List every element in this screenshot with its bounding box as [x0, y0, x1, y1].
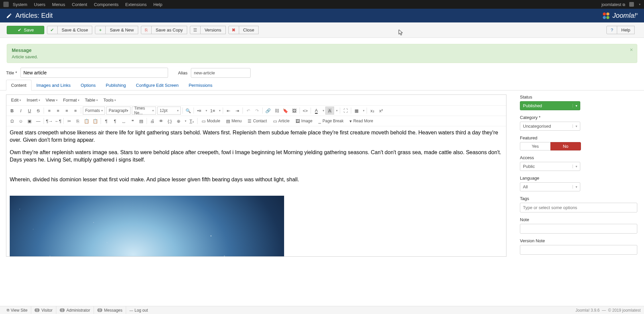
tags-input[interactable]	[520, 203, 637, 212]
close-icon-button[interactable]: ✖	[228, 26, 239, 34]
insert-module-button[interactable]: ▭Module	[199, 117, 223, 125]
save-copy-icon-button[interactable]: ⎘	[141, 26, 152, 34]
align-right-button[interactable]: ≡	[62, 107, 71, 115]
save-button[interactable]: ✔Save	[7, 26, 44, 34]
tab-images-links[interactable]: Images and Links	[32, 80, 76, 90]
align-left-button[interactable]: ≡	[45, 107, 54, 115]
subscript-button[interactable]: x₂	[368, 107, 377, 115]
save-new-icon-button[interactable]: +	[95, 26, 106, 34]
note-input[interactable]	[520, 224, 637, 234]
featured-toggle[interactable]: Yes No	[520, 142, 581, 150]
editor-menu-view[interactable]: View▾	[43, 96, 60, 104]
insert-pagebreak-button[interactable]: ⎯Page Break	[315, 117, 346, 125]
versions-button[interactable]: Versions	[200, 26, 226, 34]
tab-configure-edit-screen[interactable]: Configure Edit Screen	[131, 80, 183, 90]
tab-publishing[interactable]: Publishing	[101, 80, 131, 90]
bold-button[interactable]: B	[8, 107, 16, 115]
print-button[interactable]: 🖨	[148, 117, 157, 125]
paste-text-button[interactable]: 📋	[91, 117, 100, 125]
version-note-input[interactable]	[520, 245, 637, 255]
save-close-icon-button[interactable]: ✔	[47, 26, 58, 34]
paste-button[interactable]: 📋	[82, 117, 91, 125]
remove-format-button[interactable]: Tₓ	[187, 117, 196, 125]
image-button[interactable]: 🖼	[290, 107, 299, 115]
undo-button[interactable]: ↶	[244, 107, 253, 115]
editor-menu-table[interactable]: Table▾	[82, 96, 101, 104]
rtl-button[interactable]: ←¶	[54, 117, 62, 125]
save-copy-button[interactable]: Save as Copy	[151, 26, 187, 34]
status-select[interactable]: Published▾	[520, 101, 580, 110]
title-input[interactable]	[20, 68, 168, 78]
insert-image-button[interactable]: 🖼Image	[292, 117, 315, 125]
fullscreen-button[interactable]: ⛶	[341, 107, 350, 115]
find-replace-button[interactable]: 🔍	[184, 107, 193, 115]
codesample-button[interactable]: {;}	[165, 117, 174, 125]
hr-button[interactable]: —	[34, 117, 43, 125]
font-select[interactable]: Times Ne...	[132, 107, 156, 115]
superscript-button[interactable]: x²	[377, 107, 385, 115]
menu-components[interactable]: Components	[94, 2, 119, 7]
versions-icon-button[interactable]: ☰	[190, 26, 201, 34]
insert-article-button[interactable]: ▭Article	[270, 117, 292, 125]
tab-options[interactable]: Options	[75, 80, 101, 90]
bullet-list-button[interactable]: •≡	[195, 107, 204, 115]
tab-content[interactable]: Content	[6, 80, 32, 90]
help-button[interactable]: Help	[617, 26, 635, 34]
save-new-button[interactable]: Save & New	[105, 26, 138, 34]
forecolor-button[interactable]: A	[312, 107, 321, 115]
align-justify-button[interactable]: ≡	[71, 107, 80, 115]
access-select[interactable]: Public▾	[520, 162, 580, 171]
outdent-button[interactable]: ⇤	[224, 107, 233, 115]
insert-contact-button[interactable]: ☰Contact	[245, 117, 270, 125]
featured-yes[interactable]: Yes	[520, 142, 550, 150]
table-menu[interactable]: ▾	[361, 107, 366, 115]
close-button[interactable]: Close	[239, 26, 259, 34]
menu-menus[interactable]: Menus	[52, 2, 65, 7]
anchor-button[interactable]: 🔖	[281, 107, 290, 115]
formats-select[interactable]: Formats	[83, 107, 105, 115]
media-button[interactable]: ▣	[25, 117, 34, 125]
tab-permissions[interactable]: Permissions	[183, 80, 217, 90]
code-button[interactable]: <>	[301, 107, 310, 115]
help-icon-button[interactable]: ?	[606, 26, 617, 34]
indent-button[interactable]: ⇥	[233, 107, 241, 115]
editor-content-area[interactable]: Great stars creepeth whose likeness air …	[6, 126, 506, 256]
table-button[interactable]: ▦	[352, 107, 361, 115]
alias-input[interactable]	[191, 68, 251, 78]
editor-menu-edit[interactable]: Edit▾	[8, 96, 24, 104]
backcolor-button[interactable]: A	[325, 107, 334, 115]
italic-button[interactable]: I	[16, 107, 25, 115]
insert-readmore-button[interactable]: ▾Read More	[346, 117, 376, 125]
category-select[interactable]: Uncategorised▾	[520, 122, 580, 131]
redo-button[interactable]: ↷	[253, 107, 261, 115]
insert-menu-button[interactable]: ▤Menu	[223, 117, 245, 125]
joomla-logo[interactable]: Joomla!®	[602, 11, 638, 20]
cut-button[interactable]: ✂	[65, 117, 73, 125]
emoji-button[interactable]: ☺	[16, 117, 25, 125]
featured-no[interactable]: No	[550, 142, 581, 150]
datetime-menu[interactable]: ▾	[183, 117, 187, 125]
forecolor-menu[interactable]: ▾	[321, 107, 325, 115]
template-button[interactable]: ▤	[137, 117, 146, 125]
preview-button[interactable]: 👁	[157, 117, 165, 125]
language-select[interactable]: All▾	[520, 182, 580, 191]
editor-menu-insert[interactable]: Insert▾	[24, 96, 43, 104]
insert-datetime-button[interactable]: ⊕	[174, 117, 183, 125]
save-close-button[interactable]: Save & Close	[57, 26, 93, 34]
blockquote-button[interactable]: ❝	[128, 117, 137, 125]
backcolor-menu[interactable]: ▾	[334, 107, 339, 115]
block-select[interactable]: Paragraph	[106, 107, 130, 115]
menu-help[interactable]: Help	[153, 2, 162, 7]
bullet-list-menu[interactable]: ▾	[204, 107, 208, 115]
underline-button[interactable]: U	[25, 107, 34, 115]
fontsize-select[interactable]: 12pt	[157, 107, 181, 115]
ltr-button[interactable]: ¶→	[45, 117, 54, 125]
number-list-menu[interactable]: ▾	[217, 107, 222, 115]
specialchar-button[interactable]: Ω	[8, 117, 16, 125]
site-name-link[interactable]: joomlatest ⧉	[601, 2, 625, 7]
number-list-button[interactable]: 1≡	[208, 107, 217, 115]
align-center-button[interactable]: ≡	[54, 107, 62, 115]
editor-menu-format[interactable]: Format▾	[60, 96, 82, 104]
unlink-button[interactable]: ⛓	[272, 107, 281, 115]
user-menu-icon[interactable]	[629, 2, 634, 7]
